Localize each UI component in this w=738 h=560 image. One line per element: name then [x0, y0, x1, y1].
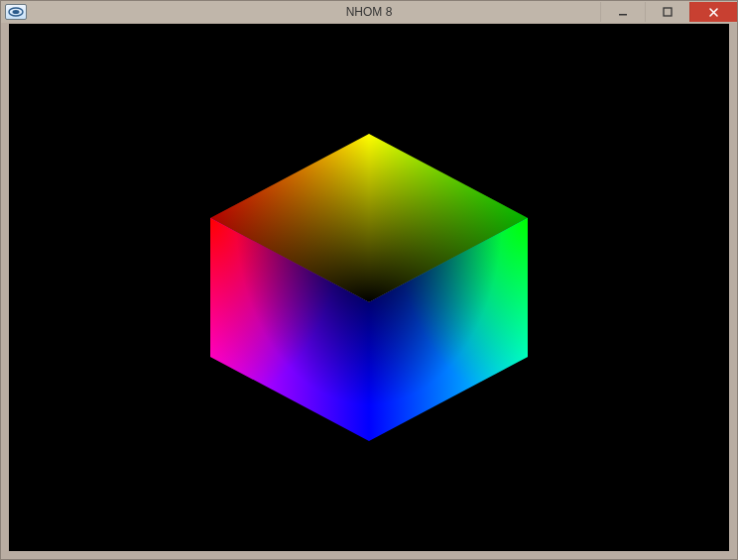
svg-rect-2: [619, 14, 627, 16]
rgb-color-cube: [181, 114, 557, 451]
application-window: NHOM 8: [0, 0, 738, 560]
close-button[interactable]: [689, 2, 737, 22]
svg-rect-3: [664, 8, 672, 16]
caption-buttons: [600, 2, 737, 22]
titlebar[interactable]: NHOM 8: [1, 1, 737, 23]
minimize-button[interactable]: [600, 2, 645, 22]
maximize-button[interactable]: [645, 2, 689, 22]
opengl-app-icon: [5, 4, 27, 20]
svg-marker-11: [369, 218, 528, 441]
svg-point-1: [13, 10, 20, 14]
opengl-viewport: [9, 24, 729, 551]
